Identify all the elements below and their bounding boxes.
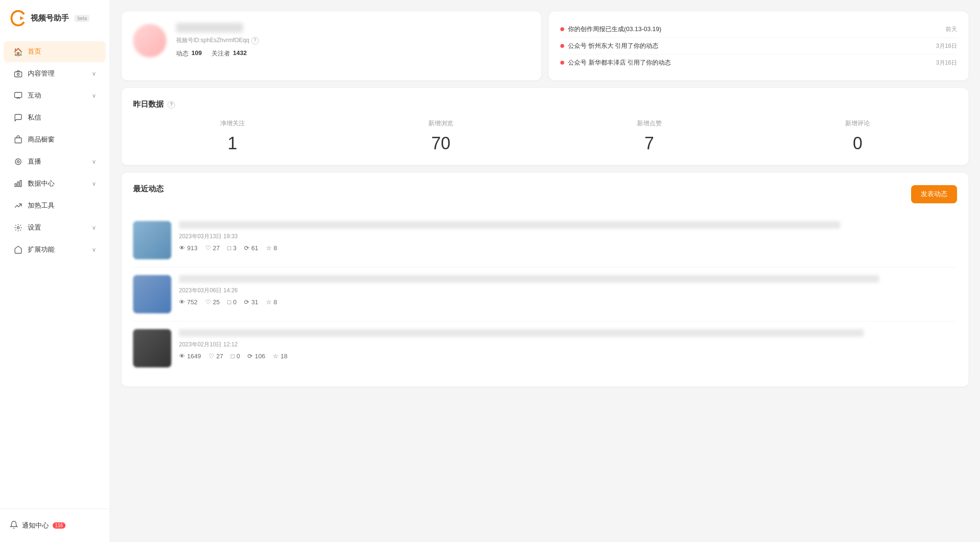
logo-area: 视频号助手 beta — [0, 0, 110, 36]
notification-center[interactable]: 通知中心 116 — [10, 517, 100, 534]
activity-content-3: 2023年02月10日 12:12 👁 1649 ♡ 27 □ 0 — [179, 329, 957, 367]
chevron-down-icon-3: ∨ — [92, 158, 96, 165]
publish-button[interactable]: 发表动态 — [911, 185, 957, 203]
stars-count-3: 18 — [280, 353, 287, 360]
stat-new-likes: 新增点赞 7 — [550, 119, 749, 154]
stats-help-icon[interactable]: ? — [167, 101, 175, 109]
sidebar-item-content[interactable]: 内容管理 ∨ — [4, 63, 106, 84]
notification-center-label: 通知中心 — [22, 521, 49, 530]
notif-text-2: 公众号 忻州东大 引用了你的动态 — [568, 42, 930, 50]
views-count-2: 752 — [187, 299, 198, 306]
profile-info: 视频号ID:sphEsZhvrmfOEqq ? 动态 109 关注者 1432 — [176, 23, 530, 58]
stat-new-comments-label: 新增评论 — [758, 119, 958, 128]
comment-icon-1: □ — [227, 244, 231, 252]
svg-rect-6 — [15, 184, 16, 187]
sidebar-item-settings-label: 设置 — [28, 223, 87, 232]
home-icon: 🏠 — [13, 47, 23, 56]
views-stat-3: 👁 1649 — [179, 353, 201, 360]
id-help-icon[interactable]: ? — [251, 37, 259, 44]
notif-item-1: 你的创作周报已生成(03.13-03.19) 前天 — [560, 21, 957, 38]
notification-panel: 你的创作周报已生成(03.13-03.19) 前天 公众号 忻州东大 引用了你的… — [549, 11, 969, 80]
likes-stat-1: ♡ 27 — [205, 244, 220, 252]
eye-icon-2: 👁 — [179, 299, 185, 306]
activity-thumb-1 — [133, 221, 171, 259]
notif-date-3: 3月16日 — [936, 59, 957, 67]
star-icon-2: ☆ — [266, 299, 272, 306]
chevron-down-icon: ∨ — [92, 70, 96, 77]
activity-date-2: 2023年03月06日 14:26 — [179, 287, 957, 295]
notif-dot-2 — [560, 44, 564, 48]
profile-card: 视频号ID:sphEsZhvrmfOEqq ? 动态 109 关注者 1432 — [133, 23, 530, 58]
likes-stat-3: ♡ 27 — [209, 353, 223, 360]
activity-stats-3: 👁 1649 ♡ 27 □ 0 ⟳ 106 — [179, 353, 957, 360]
profile-stats: 动态 109 关注者 1432 — [176, 49, 530, 58]
sidebar-item-live[interactable]: 直播 ∨ — [4, 151, 106, 172]
svg-rect-7 — [18, 182, 19, 187]
stars-stat-1: ☆ 8 — [266, 244, 277, 252]
shop-icon — [13, 135, 23, 144]
notification-count-badge: 116 — [53, 522, 66, 529]
profile-posts-stat: 动态 109 — [176, 49, 202, 58]
activity-text-blurred-1 — [179, 221, 840, 229]
stat-net-follows: 净增关注 1 — [133, 119, 332, 154]
activity-stats-1: 👁 913 ♡ 27 □ 3 ⟳ 61 — [179, 244, 957, 252]
comments-stat-2: □ 0 — [227, 299, 236, 306]
sidebar-item-interact[interactable]: 互动 ∨ — [4, 85, 106, 106]
shares-stat-1: ⟳ 61 — [244, 244, 258, 252]
star-icon-3: ☆ — [273, 353, 278, 360]
comment-icon-3: □ — [231, 353, 234, 360]
heat-icon — [13, 201, 23, 210]
notif-dot-3 — [560, 61, 564, 65]
activity-item-3: 2023年02月10日 12:12 👁 1649 ♡ 27 □ 0 — [133, 321, 957, 375]
sidebar-item-live-label: 直播 — [28, 157, 87, 166]
comments-count-3: 0 — [236, 353, 240, 360]
stat-new-views: 新增浏览 70 — [342, 119, 541, 154]
stars-count-2: 8 — [274, 299, 277, 306]
sidebar-item-data[interactable]: 数据中心 ∨ — [4, 173, 106, 194]
main-content: 视频号ID:sphEsZhvrmfOEqq ? 动态 109 关注者 1432 — [110, 0, 980, 542]
sidebar-item-home[interactable]: 🏠 首页 — [4, 41, 106, 62]
activity-item-2: 2023年03月06日 14:26 👁 752 ♡ 25 □ 0 — [133, 267, 957, 321]
data-icon — [13, 179, 23, 188]
stat-new-likes-label: 新增点赞 — [550, 119, 749, 128]
stars-stat-3: ☆ 18 — [273, 353, 287, 360]
svg-point-4 — [15, 159, 21, 165]
profile-followers-stat: 关注者 1432 — [212, 49, 247, 58]
views-count-3: 1649 — [187, 353, 201, 360]
sidebar-item-data-label: 数据中心 — [28, 179, 87, 188]
extend-icon — [13, 245, 23, 254]
comments-stat-3: □ 0 — [231, 353, 240, 360]
sidebar-item-shop[interactable]: 商品橱窗 — [4, 129, 106, 150]
sidebar-item-heat[interactable]: 加热工具 — [4, 195, 106, 216]
stat-new-likes-value: 7 — [550, 133, 749, 154]
star-icon-1: ☆ — [266, 244, 272, 252]
camera-icon — [13, 69, 23, 78]
notif-item-2: 公众号 忻州东大 引用了你的动态 3月16日 — [560, 38, 957, 55]
notif-date-1: 前天 — [946, 25, 957, 33]
sidebar-item-message[interactable]: 私信 — [4, 107, 106, 128]
sidebar-item-home-label: 首页 — [28, 47, 96, 56]
likes-stat-2: ♡ 25 — [205, 299, 220, 306]
stat-new-views-value: 70 — [342, 133, 541, 154]
notif-dot-1 — [560, 27, 564, 31]
live-icon — [13, 157, 23, 166]
activity-date-3: 2023年02月10日 12:12 — [179, 341, 957, 349]
stats-section-title: 昨日数据 ? — [133, 100, 957, 110]
sidebar: 视频号助手 beta 🏠 首页 内容管理 ∨ — [0, 0, 110, 542]
sidebar-item-extend[interactable]: 扩展功能 ∨ — [4, 239, 106, 260]
share-icon-2: ⟳ — [244, 299, 249, 306]
activity-item-1: 2023年03月13日 19:33 👁 913 ♡ 27 □ 3 — [133, 213, 957, 267]
stat-net-follows-label: 净增关注 — [133, 119, 332, 128]
sidebar-item-interact-label: 互动 — [28, 91, 87, 100]
shares-stat-3: ⟳ 106 — [247, 353, 265, 360]
activity-date-1: 2023年03月13日 19:33 — [179, 232, 957, 241]
svg-point-1 — [17, 73, 20, 76]
comment-icon-2: □ — [227, 299, 231, 306]
likes-count-3: 27 — [216, 353, 223, 360]
sidebar-item-settings[interactable]: 设置 ∨ — [4, 217, 106, 238]
comments-count-2: 0 — [233, 299, 236, 306]
share-icon-1: ⟳ — [244, 244, 249, 252]
notif-date-2: 3月16日 — [936, 42, 957, 50]
profile-id: 视频号ID:sphEsZhvrmfOEqq ? — [176, 36, 530, 44]
activity-header: 最近动态 发表动态 — [133, 184, 957, 204]
